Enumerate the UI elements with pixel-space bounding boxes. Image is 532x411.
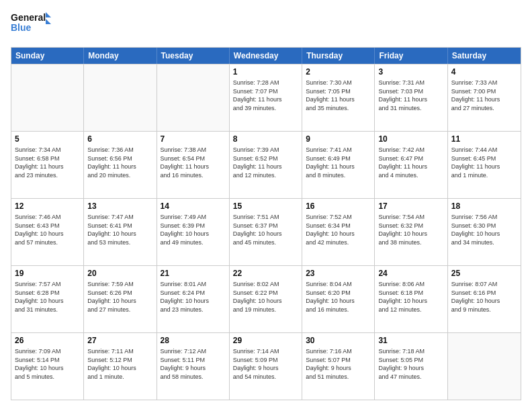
day-number: 9 [306, 134, 371, 144]
cell-info: Sunrise: 7:54 AM Sunset: 6:32 PM Dayligh… [378, 213, 443, 246]
day-number: 1 [233, 67, 298, 77]
header-cell-thursday: Thursday [302, 48, 375, 64]
calendar-week-5: 26Sunrise: 7:09 AM Sunset: 5:14 PM Dayli… [11, 332, 521, 400]
calendar-cell-w5-d6: 31Sunrise: 7:18 AM Sunset: 5:05 PM Dayli… [375, 333, 447, 400]
day-number: 29 [233, 336, 298, 345]
calendar-cell-w1-d4: 1Sunrise: 7:28 AM Sunset: 7:07 PM Daylig… [230, 64, 302, 131]
day-number: 27 [87, 336, 152, 345]
day-number: 30 [306, 336, 371, 345]
cell-info: Sunrise: 8:02 AM Sunset: 6:22 PM Dayligh… [233, 280, 298, 314]
cell-info: Sunrise: 7:42 AM Sunset: 6:47 PM Dayligh… [378, 146, 443, 179]
cell-info: Sunrise: 7:44 AM Sunset: 6:45 PM Dayligh… [451, 146, 517, 179]
cell-info: Sunrise: 7:12 AM Sunset: 5:11 PM Dayligh… [161, 347, 226, 381]
day-number: 23 [306, 269, 371, 278]
cell-info: Sunrise: 7:36 AM Sunset: 6:56 PM Dayligh… [87, 146, 152, 179]
calendar-cell-w1-d2 [84, 64, 157, 131]
svg-text:General: General [11, 12, 46, 23]
calendar-cell-w2-d4: 8Sunrise: 7:39 AM Sunset: 6:52 PM Daylig… [230, 132, 302, 198]
cell-info: Sunrise: 7:57 AM Sunset: 6:28 PM Dayligh… [15, 280, 80, 314]
page: General Blue SundayMondayTuesdayWednesda… [0, 0, 532, 411]
cell-info: Sunrise: 7:38 AM Sunset: 6:54 PM Dayligh… [161, 146, 226, 179]
day-number: 2 [306, 67, 371, 77]
cell-info: Sunrise: 7:52 AM Sunset: 6:34 PM Dayligh… [306, 213, 371, 246]
cell-info: Sunrise: 7:18 AM Sunset: 5:05 PM Dayligh… [378, 347, 443, 381]
day-number: 17 [378, 201, 443, 211]
day-number: 8 [233, 134, 298, 144]
day-number: 25 [451, 269, 517, 278]
calendar-cell-w1-d5: 2Sunrise: 7:30 AM Sunset: 7:05 PM Daylig… [302, 64, 375, 131]
header-cell-monday: Monday [84, 48, 157, 64]
calendar-cell-w3-d7: 18Sunrise: 7:56 AM Sunset: 6:30 PM Dayli… [448, 199, 521, 265]
day-number: 24 [378, 269, 443, 278]
cell-info: Sunrise: 8:06 AM Sunset: 6:18 PM Dayligh… [378, 280, 443, 314]
calendar-cell-w1-d3 [157, 64, 230, 131]
calendar-cell-w1-d7: 4Sunrise: 7:33 AM Sunset: 7:00 PM Daylig… [448, 64, 521, 131]
calendar-body: 1Sunrise: 7:28 AM Sunset: 7:07 PM Daylig… [11, 64, 521, 400]
day-number: 5 [15, 134, 80, 144]
calendar-cell-w2-d2: 6Sunrise: 7:36 AM Sunset: 6:56 PM Daylig… [84, 132, 157, 198]
day-number: 26 [15, 336, 80, 345]
cell-info: Sunrise: 7:49 AM Sunset: 6:39 PM Dayligh… [161, 213, 226, 246]
cell-info: Sunrise: 7:39 AM Sunset: 6:52 PM Dayligh… [233, 146, 298, 179]
calendar-cell-w3-d6: 17Sunrise: 7:54 AM Sunset: 6:32 PM Dayli… [375, 199, 447, 265]
calendar-cell-w2-d6: 10Sunrise: 7:42 AM Sunset: 6:47 PM Dayli… [375, 132, 447, 198]
cell-info: Sunrise: 7:59 AM Sunset: 6:26 PM Dayligh… [87, 280, 152, 314]
day-number: 10 [378, 134, 443, 144]
cell-info: Sunrise: 7:33 AM Sunset: 7:00 PM Dayligh… [451, 79, 517, 112]
calendar-cell-w5-d2: 27Sunrise: 7:11 AM Sunset: 5:12 PM Dayli… [84, 333, 157, 400]
calendar-cell-w2-d1: 5Sunrise: 7:34 AM Sunset: 6:58 PM Daylig… [11, 132, 84, 198]
cell-info: Sunrise: 8:07 AM Sunset: 6:16 PM Dayligh… [451, 280, 517, 314]
calendar-cell-w2-d7: 11Sunrise: 7:44 AM Sunset: 6:45 PM Dayli… [448, 132, 521, 198]
cell-info: Sunrise: 7:34 AM Sunset: 6:58 PM Dayligh… [15, 146, 80, 179]
calendar-cell-w1-d1 [11, 64, 84, 131]
svg-marker-2 [46, 12, 51, 17]
cell-info: Sunrise: 7:09 AM Sunset: 5:14 PM Dayligh… [15, 347, 80, 381]
day-number: 11 [451, 134, 517, 144]
cell-info: Sunrise: 7:46 AM Sunset: 6:43 PM Dayligh… [15, 213, 80, 246]
calendar-cell-w3-d2: 13Sunrise: 7:47 AM Sunset: 6:41 PM Dayli… [84, 199, 157, 265]
header: General Blue [11, 11, 521, 39]
calendar-cell-w4-d7: 25Sunrise: 8:07 AM Sunset: 6:16 PM Dayli… [448, 266, 521, 332]
day-number: 21 [161, 269, 226, 278]
calendar-week-4: 19Sunrise: 7:57 AM Sunset: 6:28 PM Dayli… [11, 265, 521, 332]
day-number: 31 [378, 336, 443, 345]
header-cell-wednesday: Wednesday [230, 48, 302, 64]
calendar-week-1: 1Sunrise: 7:28 AM Sunset: 7:07 PM Daylig… [11, 64, 521, 131]
calendar-cell-w4-d2: 20Sunrise: 7:59 AM Sunset: 6:26 PM Dayli… [84, 266, 157, 332]
day-number: 13 [87, 201, 152, 211]
day-number: 14 [161, 201, 226, 211]
day-number: 18 [451, 201, 517, 211]
calendar-cell-w5-d4: 29Sunrise: 7:14 AM Sunset: 5:09 PM Dayli… [230, 333, 302, 400]
calendar-cell-w4-d1: 19Sunrise: 7:57 AM Sunset: 6:28 PM Dayli… [11, 266, 84, 332]
svg-text:Blue: Blue [11, 22, 32, 33]
header-cell-friday: Friday [375, 48, 447, 64]
cell-info: Sunrise: 7:28 AM Sunset: 7:07 PM Dayligh… [233, 79, 298, 112]
calendar-cell-w5-d1: 26Sunrise: 7:09 AM Sunset: 5:14 PM Dayli… [11, 333, 84, 400]
calendar-cell-w3-d1: 12Sunrise: 7:46 AM Sunset: 6:43 PM Dayli… [11, 199, 84, 265]
calendar-cell-w4-d3: 21Sunrise: 8:01 AM Sunset: 6:24 PM Dayli… [157, 266, 230, 332]
calendar: SundayMondayTuesdayWednesdayThursdayFrid… [11, 47, 521, 400]
cell-info: Sunrise: 8:01 AM Sunset: 6:24 PM Dayligh… [161, 280, 226, 314]
header-cell-tuesday: Tuesday [157, 48, 230, 64]
day-number: 12 [15, 201, 80, 211]
cell-info: Sunrise: 7:30 AM Sunset: 7:05 PM Dayligh… [306, 79, 371, 112]
calendar-cell-w5-d3: 28Sunrise: 7:12 AM Sunset: 5:11 PM Dayli… [157, 333, 230, 400]
calendar-cell-w4-d6: 24Sunrise: 8:06 AM Sunset: 6:18 PM Dayli… [375, 266, 447, 332]
day-number: 4 [451, 67, 517, 77]
cell-info: Sunrise: 7:11 AM Sunset: 5:12 PM Dayligh… [87, 347, 152, 381]
cell-info: Sunrise: 7:47 AM Sunset: 6:41 PM Dayligh… [87, 213, 152, 246]
calendar-week-2: 5Sunrise: 7:34 AM Sunset: 6:58 PM Daylig… [11, 131, 521, 198]
calendar-cell-w3-d4: 15Sunrise: 7:51 AM Sunset: 6:37 PM Dayli… [230, 199, 302, 265]
cell-info: Sunrise: 7:51 AM Sunset: 6:37 PM Dayligh… [233, 213, 298, 246]
calendar-cell-w4-d5: 23Sunrise: 8:04 AM Sunset: 6:20 PM Dayli… [302, 266, 375, 332]
calendar-cell-w2-d5: 9Sunrise: 7:41 AM Sunset: 6:49 PM Daylig… [302, 132, 375, 198]
cell-info: Sunrise: 7:41 AM Sunset: 6:49 PM Dayligh… [306, 146, 371, 179]
day-number: 16 [306, 201, 371, 211]
calendar-cell-w2-d3: 7Sunrise: 7:38 AM Sunset: 6:54 PM Daylig… [157, 132, 230, 198]
cell-info: Sunrise: 7:56 AM Sunset: 6:30 PM Dayligh… [451, 213, 517, 246]
day-number: 19 [15, 269, 80, 278]
calendar-cell-w4-d4: 22Sunrise: 8:02 AM Sunset: 6:22 PM Dayli… [230, 266, 302, 332]
day-number: 3 [378, 67, 443, 77]
calendar-header-row: SundayMondayTuesdayWednesdayThursdayFrid… [11, 48, 521, 64]
day-number: 15 [233, 201, 298, 211]
